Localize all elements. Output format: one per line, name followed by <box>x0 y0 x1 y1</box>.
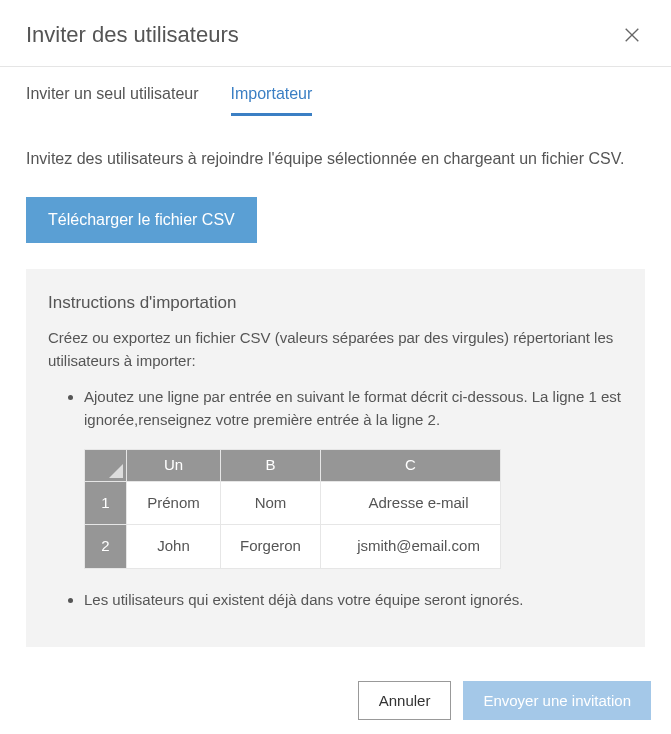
table-row-num: 2 <box>85 525 127 569</box>
instruction-step-1: Ajoutez une ligne par entrée en suivant … <box>84 386 623 569</box>
modal-footer: Annuler Envoyer une invitation <box>0 667 671 734</box>
instructions-panel: Instructions d'importation Créez ou expo… <box>26 269 645 647</box>
modal-title: Inviter des utilisateurs <box>26 22 239 48</box>
table-cell: Adresse e-mail <box>321 481 501 525</box>
table-cell: Nom <box>221 481 321 525</box>
table-cell: jsmith@email.com <box>321 525 501 569</box>
table-col-a: Un <box>127 450 221 482</box>
modal-header: Inviter des utilisateurs <box>0 0 671 67</box>
content-scroll[interactable]: Invitez des utilisateurs à rejoindre l'é… <box>0 117 671 667</box>
close-button[interactable] <box>619 22 645 48</box>
tab-invite-single[interactable]: Inviter un seul utilisateur <box>26 85 199 116</box>
table-row: 1 Prénom Nom Adresse e-mail <box>85 481 501 525</box>
table-cell: John <box>127 525 221 569</box>
instructions-list: Ajoutez une ligne par entrée en suivant … <box>48 386 623 611</box>
tabs: Inviter un seul utilisateur Importateur <box>0 67 671 117</box>
table-cell: Prénom <box>127 481 221 525</box>
table-col-b: B <box>221 450 321 482</box>
example-table: Un B C 1 Prénom Nom Adresse e-mail <box>84 449 501 569</box>
download-csv-button[interactable]: Télécharger le fichier CSV <box>26 197 257 243</box>
instruction-step-1-text: Ajoutez une ligne par entrée en suivant … <box>84 388 621 428</box>
send-invitation-button[interactable]: Envoyer une invitation <box>463 681 651 720</box>
close-icon <box>623 26 641 44</box>
intro-text: Invitez des utilisateurs à rejoindre l'é… <box>26 147 645 171</box>
table-row-num: 1 <box>85 481 127 525</box>
cancel-button[interactable]: Annuler <box>358 681 452 720</box>
invite-users-modal: Inviter des utilisateurs Inviter un seul… <box>0 0 671 734</box>
table-corner <box>85 450 127 482</box>
instruction-step-2: Les utilisateurs qui existent déjà dans … <box>84 589 623 612</box>
tab-importer[interactable]: Importateur <box>231 85 313 116</box>
content: Invitez des utilisateurs à rejoindre l'é… <box>0 117 671 667</box>
instructions-desc: Créez ou exportez un fichier CSV (valeur… <box>48 327 623 372</box>
table-col-c: C <box>321 450 501 482</box>
instructions-title: Instructions d'importation <box>48 293 623 313</box>
table-cell: Forgeron <box>221 525 321 569</box>
table-row: 2 John Forgeron jsmith@email.com <box>85 525 501 569</box>
table-header-row: Un B C <box>85 450 501 482</box>
